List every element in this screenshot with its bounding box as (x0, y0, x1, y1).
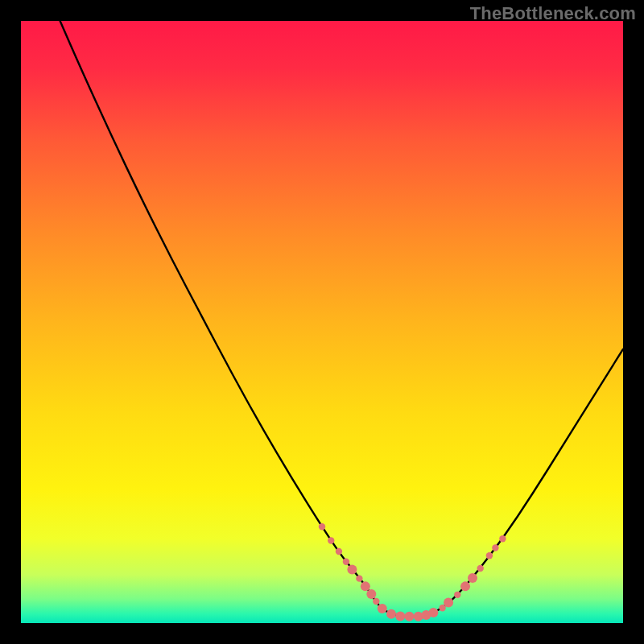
plot-area (21, 21, 623, 623)
gradient-background (21, 21, 623, 623)
chart-frame: TheBottleneck.com (0, 0, 644, 644)
svg-rect-0 (21, 21, 623, 623)
